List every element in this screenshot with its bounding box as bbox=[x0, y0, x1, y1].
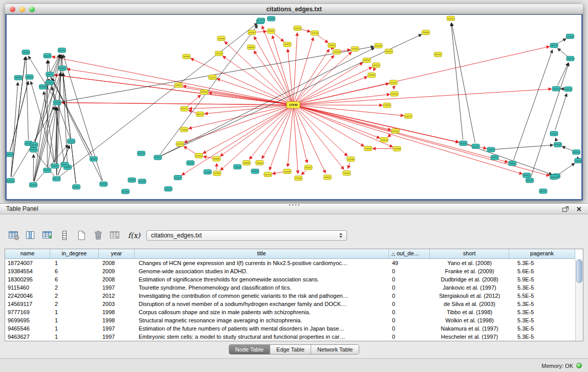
delete-table-icon[interactable] bbox=[92, 229, 105, 242]
graph-node[interactable]: 29226248 bbox=[567, 34, 574, 39]
graph-node[interactable]: 86815167 bbox=[196, 112, 204, 117]
graph-node[interactable]: 77220112 bbox=[233, 164, 241, 169]
new-table-icon[interactable] bbox=[75, 229, 88, 242]
column-header-short[interactable]: short bbox=[430, 249, 509, 258]
graph-node[interactable]: 43302397 bbox=[58, 48, 66, 53]
graph-node[interactable]: 66566083 bbox=[213, 157, 221, 161]
graph-node[interactable]: 52485926 bbox=[328, 43, 336, 48]
graph-node[interactable]: 24602644 bbox=[187, 161, 194, 165]
graph-node[interactable]: 97983257 bbox=[175, 83, 182, 87]
graph-node[interactable]: 20244788 bbox=[30, 183, 37, 187]
graph-node[interactable]: 63925420 bbox=[434, 52, 442, 57]
graph-node[interactable]: 76632131 bbox=[7, 152, 13, 157]
tab-node-table[interactable]: Node Table bbox=[229, 345, 270, 354]
network-canvas[interactable]: 2149671429802665366898421232859443302397… bbox=[7, 15, 581, 199]
graph-node[interactable]: 14721710 bbox=[552, 86, 560, 91]
graph-node[interactable]: 34733897 bbox=[248, 30, 256, 35]
network-table-selector[interactable]: citations_edges.txt bbox=[146, 230, 347, 241]
graph-node[interactable]: 93088190 bbox=[247, 45, 255, 50]
graph-node[interactable]: 29831974 bbox=[491, 155, 498, 160]
graph-node[interactable]: 65490201 bbox=[7, 179, 14, 183]
graph-node[interactable]: 39388152 bbox=[550, 175, 558, 180]
graph-node[interactable]: 63897221 bbox=[26, 75, 33, 79]
graph-node[interactable]: 17067712 bbox=[209, 75, 216, 80]
tab-edge-table[interactable]: Edge Table bbox=[270, 345, 311, 354]
graph-node[interactable]: 42904377 bbox=[61, 162, 69, 167]
graph-node[interactable]: 51229255 bbox=[257, 18, 265, 23]
graph-node[interactable]: 96589405 bbox=[201, 90, 208, 94]
graph-node[interactable]: 58159517 bbox=[181, 106, 188, 111]
graph-node[interactable]: 39759052 bbox=[351, 47, 359, 51]
graph-node[interactable]: 37670145 bbox=[460, 141, 467, 146]
table-row[interactable]: 1830029562008Estimation of significance … bbox=[5, 275, 575, 283]
select-columns-icon[interactable] bbox=[24, 229, 37, 242]
graph-node[interactable]: 14433256 bbox=[294, 26, 301, 31]
function-builder-button[interactable]: f(x) bbox=[128, 231, 140, 239]
scrollbar-thumb[interactable] bbox=[576, 259, 582, 283]
column-header-year[interactable]: year bbox=[99, 249, 135, 258]
tab-network-table[interactable]: Network Table bbox=[311, 345, 359, 354]
graph-node[interactable]: 83446162 bbox=[567, 56, 574, 61]
graph-node[interactable]: 74641205 bbox=[385, 49, 393, 54]
graph-node[interactable]: 83865020 bbox=[509, 161, 516, 166]
graph-node[interactable]: 83959616 bbox=[30, 147, 37, 152]
graph-node[interactable]: 71155315 bbox=[164, 187, 172, 191]
column-header-in_degree[interactable]: in_degree bbox=[50, 249, 99, 258]
float-panel-icon[interactable] bbox=[562, 206, 569, 212]
graph-node[interactable]: 25198947 bbox=[323, 175, 331, 180]
graph-node[interactable]: 21496714 bbox=[46, 72, 54, 77]
table-row[interactable]: 1938455462009Genome-wide association stu… bbox=[5, 267, 575, 275]
graph-node[interactable]: 79016649 bbox=[554, 142, 561, 147]
graph-node[interactable]: 46416197 bbox=[284, 42, 291, 47]
graph-node[interactable]: 29802665 bbox=[58, 66, 66, 71]
column-header-title[interactable]: title bbox=[135, 249, 389, 258]
graph-node[interactable]: 53317054 bbox=[53, 177, 60, 181]
graph-node[interactable]: 48736999 bbox=[138, 179, 146, 184]
graph-node[interactable]: 60471234 bbox=[311, 31, 319, 35]
graph-node[interactable]: 95959238 bbox=[575, 158, 581, 163]
graph-node[interactable]: 98227001 bbox=[573, 150, 580, 155]
graph-node[interactable]: 11548318 bbox=[284, 169, 291, 173]
table-row[interactable]: 946554611997Estimation of the future num… bbox=[5, 324, 575, 333]
graph-node[interactable]: 36689842 bbox=[14, 75, 22, 80]
graph-node[interactable]: 44587910 bbox=[539, 189, 547, 193]
column-header-pagerank[interactable]: pagerank bbox=[509, 249, 575, 258]
graph-node[interactable]: 48574103 bbox=[526, 178, 534, 183]
graph-node[interactable]: 40591700 bbox=[176, 142, 184, 146]
graph-node[interactable]: 52932583 bbox=[393, 146, 401, 151]
graph-node[interactable]: 25883657 bbox=[73, 185, 80, 189]
table-functions-icon[interactable] bbox=[41, 229, 54, 242]
import-table-icon[interactable] bbox=[108, 229, 122, 242]
graph-node[interactable]: 74694953 bbox=[383, 103, 391, 107]
close-panel-icon[interactable] bbox=[576, 206, 582, 212]
graph-node[interactable]: 17709233 bbox=[295, 176, 302, 181]
graph-node[interactable]: 10930720 bbox=[564, 87, 572, 92]
graph-node[interactable]: 50750132 bbox=[215, 51, 223, 56]
table-row[interactable]: 1456911722003Disruption of a novel membe… bbox=[5, 300, 575, 308]
graph-node[interactable]: 71612852 bbox=[333, 50, 341, 54]
table-row[interactable]: 977716911998Corpus callosum shape and si… bbox=[5, 308, 575, 316]
graph-node[interactable]: 17240 bbox=[287, 102, 300, 108]
graph-node[interactable]: 59497394 bbox=[22, 50, 30, 55]
graph-node[interactable]: 23697961 bbox=[100, 182, 107, 186]
graph-node[interactable]: 73314527 bbox=[343, 171, 351, 176]
window-titlebar[interactable]: citations_edges.txt bbox=[5, 4, 583, 14]
graph-node[interactable]: 69238692 bbox=[267, 29, 275, 33]
graph-node[interactable]: 95012315 bbox=[389, 80, 397, 85]
graph-node[interactable]: 82743271 bbox=[46, 80, 54, 85]
graph-node[interactable]: 25328203 bbox=[368, 73, 376, 77]
graph-node[interactable]: 40167777 bbox=[404, 114, 412, 118]
graph-node[interactable]: 17195542 bbox=[550, 132, 558, 136]
graph-node[interactable]: 63869157 bbox=[550, 43, 558, 48]
graph-node[interactable]: 94906348 bbox=[39, 84, 47, 89]
graph-node[interactable]: 58724164 bbox=[447, 16, 454, 21]
column-header-out_degree[interactable]: △out_de… bbox=[389, 249, 430, 258]
graph-node[interactable]: 33887878 bbox=[30, 143, 38, 147]
column-header-name[interactable]: name bbox=[5, 249, 50, 258]
graph-node[interactable]: 21132669 bbox=[268, 16, 275, 21]
graph-node[interactable]: 82796253 bbox=[251, 169, 259, 173]
graph-node[interactable]: 12328594 bbox=[53, 100, 61, 105]
graph-node[interactable]: 53266676 bbox=[128, 178, 136, 182]
graph-node[interactable]: 34559093 bbox=[137, 151, 145, 156]
graph-node[interactable]: 64786192 bbox=[472, 144, 480, 148]
